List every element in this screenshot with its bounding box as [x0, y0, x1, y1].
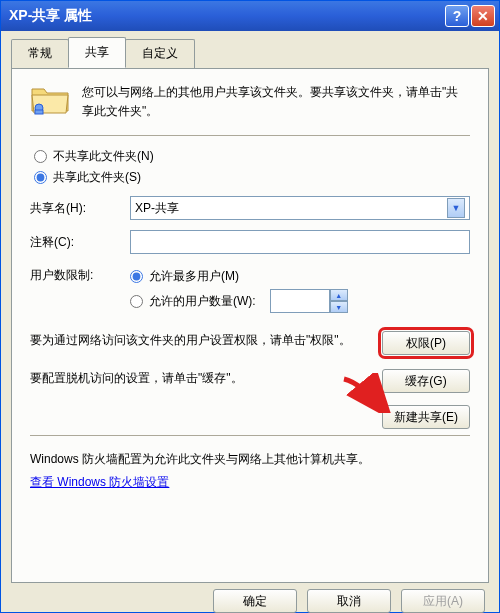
properties-dialog: XP-共享 属性 ? ✕ 常规 共享 自定义 您可以与网络上的其他用户共享该文件…: [0, 0, 500, 613]
shared-folder-icon: [30, 83, 70, 115]
share-name-value: XP-共享: [135, 200, 447, 217]
tab-sharing[interactable]: 共享: [68, 37, 126, 68]
share-name-label: 共享名(H):: [30, 200, 130, 217]
label-share: 共享此文件夹(S): [53, 169, 141, 186]
radio-count-users[interactable]: [130, 295, 143, 308]
radio-no-share[interactable]: [34, 150, 47, 163]
radio-share[interactable]: [34, 171, 47, 184]
divider: [30, 135, 470, 136]
cancel-button[interactable]: 取消: [307, 589, 391, 613]
new-share-button[interactable]: 新建共享(E): [382, 405, 470, 429]
firewall-link[interactable]: 查看 Windows 防火墙设置: [30, 474, 169, 491]
comment-label: 注释(C):: [30, 234, 130, 251]
cache-button[interactable]: 缓存(G): [382, 369, 470, 393]
spinner-up-icon[interactable]: ▲: [330, 289, 348, 301]
user-limit-label: 用户数限制:: [30, 264, 130, 317]
help-button[interactable]: ?: [445, 5, 469, 27]
user-count-input[interactable]: [270, 289, 330, 313]
intro-row: 您可以与网络上的其他用户共享该文件夹。要共享该文件夹，请单击"共享此文件夹"。: [30, 83, 470, 121]
chevron-down-icon[interactable]: ▼: [447, 198, 465, 218]
sharing-panel: 您可以与网络上的其他用户共享该文件夹。要共享该文件夹，请单击"共享此文件夹"。 …: [11, 68, 489, 583]
ok-button[interactable]: 确定: [213, 589, 297, 613]
close-button[interactable]: ✕: [471, 5, 495, 27]
tab-strip: 常规 共享 自定义: [1, 31, 499, 68]
tab-custom[interactable]: 自定义: [125, 39, 195, 68]
apply-button[interactable]: 应用(A): [401, 589, 485, 613]
label-no-share: 不共享此文件夹(N): [53, 148, 154, 165]
label-max-users: 允许最多用户(M): [149, 268, 239, 285]
titlebar: XP-共享 属性 ? ✕: [1, 1, 499, 31]
svg-rect-1: [35, 110, 43, 114]
firewall-text: Windows 防火墙配置为允许此文件夹与网络上其他计算机共享。: [30, 450, 470, 468]
tab-general[interactable]: 常规: [11, 39, 69, 68]
dialog-button-row: 确定 取消 应用(A): [1, 583, 499, 613]
divider: [30, 435, 470, 436]
cache-desc: 要配置脱机访问的设置，请单击"缓存"。: [30, 369, 368, 387]
radio-max-users[interactable]: [130, 270, 143, 283]
comment-input[interactable]: [130, 230, 470, 254]
permissions-desc: 要为通过网络访问该文件夹的用户设置权限，请单击"权限"。: [30, 331, 368, 349]
share-name-select[interactable]: XP-共享 ▼: [130, 196, 470, 220]
intro-text: 您可以与网络上的其他用户共享该文件夹。要共享该文件夹，请单击"共享此文件夹"。: [82, 83, 470, 121]
label-count-users: 允许的用户数量(W):: [149, 293, 256, 310]
window-title: XP-共享 属性: [9, 7, 445, 25]
spinner-down-icon[interactable]: ▼: [330, 301, 348, 313]
permissions-button[interactable]: 权限(P): [382, 331, 470, 355]
